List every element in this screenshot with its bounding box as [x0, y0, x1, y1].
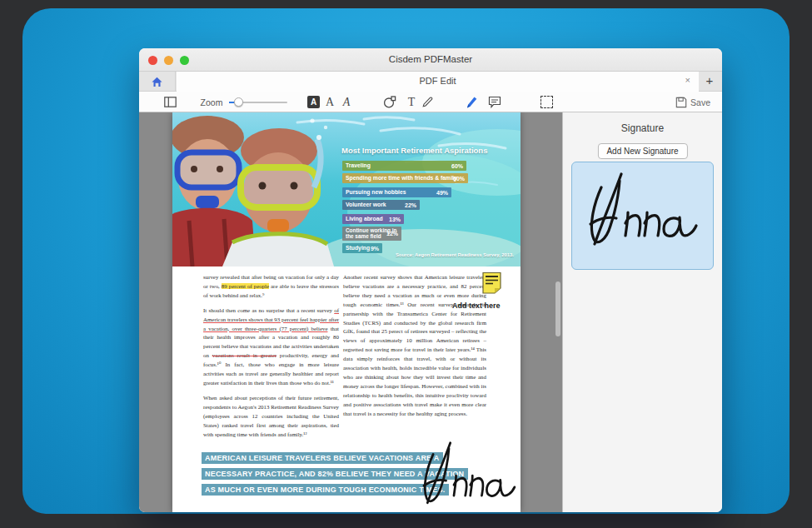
right-text-column: Another recent survey shows that America… — [343, 273, 486, 425]
select-area-button[interactable] — [539, 92, 554, 112]
chart-bar: Studying9% — [342, 243, 382, 253]
content-area: Most Important Retirement Aspirations Tr… — [139, 112, 722, 512]
tab-label: PDF Edit — [177, 76, 699, 86]
signature-pen-icon — [465, 96, 478, 109]
chart-bar: Volunteer work22% — [342, 200, 420, 210]
document-photo: Most Important Retirement Aspirations Tr… — [172, 112, 521, 266]
shape-tool-button[interactable] — [382, 92, 397, 112]
chart-title: Most Important Retirement Aspirations — [341, 146, 506, 155]
pencil-button[interactable] — [421, 92, 434, 112]
title-bar[interactable]: Cisdem PDFMaster — [139, 48, 722, 72]
tab-close-icon[interactable]: × — [685, 75, 690, 85]
pdf-page: Most Important Retirement Aspirations Tr… — [172, 112, 521, 512]
signature-anna-graphic — [585, 171, 701, 250]
shape-icon — [383, 96, 396, 108]
sticky-note-label[interactable]: Add text here — [452, 301, 501, 310]
select-area-icon — [541, 96, 553, 108]
chart-source: Source: Aegon Retirement Readiness Surve… — [396, 252, 514, 257]
window-title: Cisdem PDFMaster — [139, 54, 722, 64]
zoom-label: Zoom — [199, 92, 224, 112]
desktop-background: Cisdem PDFMaster PDF Edit × + — [22, 8, 790, 514]
quote-line: AS MUCH OR EVEN MORE DURING TOUGH ECONMO… — [202, 484, 449, 496]
saved-signature-item[interactable] — [571, 162, 714, 270]
signature-panel: Signature Add New Signature — [563, 112, 722, 512]
app-window: Cisdem PDFMaster PDF Edit × + — [139, 48, 722, 512]
strikethrough-annotation: vacations result in greater — [212, 352, 276, 358]
add-new-signature-button[interactable]: Add New Signature — [597, 143, 687, 159]
sidebar-toggle-icon — [164, 97, 177, 107]
tab-pdf-edit[interactable]: PDF Edit × — [177, 72, 699, 92]
edit-text-icon: A — [307, 96, 320, 108]
sticky-note-annotation[interactable] — [481, 271, 502, 294]
save-icon — [675, 97, 687, 108]
sticky-note-icon — [481, 271, 502, 294]
chart-bar: Continue working in the same field12% — [342, 227, 401, 241]
paragraph: When asked about perceptions of their fu… — [203, 394, 339, 440]
edit-text-button[interactable]: A — [306, 92, 321, 112]
text-box-button[interactable]: T — [406, 92, 417, 112]
signature-panel-title: Signature — [563, 122, 722, 134]
comment-button[interactable] — [487, 92, 502, 112]
style-text-button[interactable]: A — [341, 92, 352, 112]
vertical-scrollbar-thumb[interactable] — [555, 281, 560, 336]
yellow-highlight-annotation: 89 percent of people — [222, 283, 269, 289]
style-text-icon: A — [343, 96, 351, 109]
tab-bar: PDF Edit × + — [139, 72, 722, 92]
add-text-icon: A — [326, 96, 334, 109]
zoom-slider-knob[interactable] — [234, 97, 243, 107]
pencil-icon — [421, 96, 434, 108]
chart-bar: Living abroad13% — [342, 214, 404, 224]
monitor-bezel: Cisdem PDFMaster PDF Edit × + — [0, 0, 812, 528]
left-text-column: survey revealed that after being on vaca… — [203, 273, 339, 445]
save-button[interactable]: Save — [675, 92, 710, 112]
paragraph: Another recent survey shows that America… — [343, 273, 486, 419]
placed-signature-anna[interactable] — [419, 440, 519, 511]
paragraph: It should then come as no surprise that … — [203, 306, 339, 388]
retirement-chart: Most Important Retirement Aspirations Tr… — [336, 146, 506, 266]
add-text-button[interactable]: A — [324, 92, 336, 112]
quote-line: AMERICAN LEISURE TRAVELERS BELIEVE VACAT… — [202, 452, 443, 464]
home-button[interactable] — [139, 72, 176, 92]
paragraph: survey revealed that after being on vaca… — [203, 273, 339, 301]
comment-icon — [488, 96, 501, 108]
zoom-slider[interactable] — [229, 102, 287, 103]
save-label: Save — [690, 97, 710, 107]
new-tab-button[interactable]: + — [702, 73, 717, 90]
document-area[interactable]: Most Important Retirement Aspirations Tr… — [139, 112, 562, 512]
home-icon — [151, 76, 163, 87]
chart-bar: Traveling60% — [342, 161, 466, 171]
chart-bar: Pursuing new hobbies49% — [342, 187, 451, 197]
toolbar: Zoom A A A — [139, 92, 722, 112]
chart-bars: Traveling60%Spending more time with frie… — [342, 161, 468, 256]
signature-pen-button[interactable] — [464, 92, 479, 112]
chart-bar: Spending more time with friends & family… — [342, 173, 468, 183]
sidebar-toggle-button[interactable] — [162, 92, 177, 112]
